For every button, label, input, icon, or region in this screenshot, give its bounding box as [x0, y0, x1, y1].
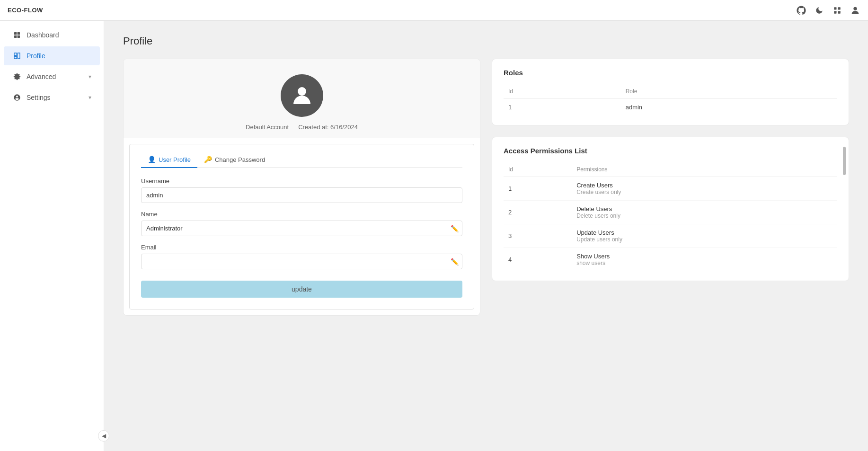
profile-avatar-area: Default Account Created at: 6/16/2024: [124, 59, 480, 138]
right-column: Roles Id Role 1: [492, 59, 849, 281]
tab-change-password[interactable]: 🔑 Change Password: [197, 152, 272, 168]
svg-rect-8: [18, 35, 20, 38]
svg-rect-0: [834, 7, 836, 9]
perm-id: 4: [504, 248, 572, 272]
perm-details: Update Users Update users only: [572, 224, 837, 248]
roles-table: Id Role 1 admin: [504, 84, 837, 115]
sidebar-label-profile: Profile: [27, 52, 91, 60]
email-label: Email: [141, 244, 462, 251]
table-row: 1 Create Users Create users only: [504, 177, 837, 201]
table-row: 1 admin: [504, 99, 837, 116]
email-field-group: Email ✏️: [141, 244, 462, 269]
username-input[interactable]: [141, 187, 462, 203]
username-label: Username: [141, 177, 462, 185]
permissions-scroll[interactable]: Id Permissions 1 Create Users Create us: [504, 162, 837, 271]
perm-id: 3: [504, 224, 572, 248]
name-field-group: Name ✏️: [141, 211, 462, 236]
app-title: ECO-FLOW: [8, 7, 43, 14]
perm-details: Create Users Create users only: [572, 177, 837, 201]
sidebar-item-advanced[interactable]: Advanced ▾: [4, 67, 100, 86]
tab-change-password-label: Change Password: [215, 156, 265, 163]
svg-rect-7: [14, 35, 17, 38]
svg-rect-3: [838, 11, 841, 13]
svg-rect-1: [838, 7, 841, 9]
roles-table-body: 1 admin: [504, 99, 837, 116]
svg-rect-5: [14, 32, 17, 35]
roles-col-id: Id: [504, 84, 621, 99]
email-input[interactable]: [141, 254, 462, 269]
svg-rect-9: [14, 53, 17, 55]
table-row: 2 Delete Users Delete users only: [504, 201, 837, 224]
perm-sub: Delete users only: [576, 212, 833, 219]
roles-title: Roles: [504, 69, 837, 77]
perm-sub: Update users only: [576, 236, 833, 243]
profile-card: Default Account Created at: 6/16/2024 👤 …: [123, 59, 480, 316]
perm-sub: show users: [576, 260, 833, 266]
permissions-col-id: Id: [504, 162, 572, 177]
permissions-table: Id Permissions 1 Create Users Create us: [504, 162, 837, 271]
advanced-icon: [12, 72, 22, 81]
tab-user-profile-label: User Profile: [159, 156, 191, 163]
permissions-table-header: Id Permissions: [504, 162, 837, 177]
profile-tabs: 👤 User Profile 🔑 Change Password: [141, 152, 462, 168]
permissions-table-body: 1 Create Users Create users only 2 Delet…: [504, 177, 837, 272]
update-button[interactable]: update: [141, 281, 462, 298]
created-label: Created at: 6/16/2024: [298, 124, 358, 131]
sidebar-item-settings[interactable]: Settings ▾: [4, 88, 100, 107]
username-field-group: Username: [141, 177, 462, 203]
sidebar: Dashboard Profile Advanced ▾: [0, 21, 104, 451]
perm-details: Delete Users Delete users only: [572, 201, 837, 224]
name-label: Name: [141, 211, 462, 218]
content-area: Profile Default Account Created at: 6/16…: [104, 21, 868, 451]
profile-icon: [12, 51, 22, 61]
avatar: [281, 74, 323, 117]
moon-icon[interactable]: [814, 5, 824, 16]
tab-user-profile[interactable]: 👤 User Profile: [141, 152, 197, 168]
svg-rect-6: [18, 32, 20, 35]
svg-point-4: [853, 7, 857, 10]
perm-main: Create Users: [576, 182, 833, 189]
role-id: 1: [504, 99, 621, 116]
avatar-info: Default Account Created at: 6/16/2024: [246, 124, 358, 131]
topbar: ECO-FLOW: [0, 0, 868, 21]
account-label: Default Account: [246, 124, 289, 131]
email-input-wrapper: ✏️: [141, 254, 462, 269]
roles-table-header: Id Role: [504, 84, 837, 99]
perm-id: 2: [504, 201, 572, 224]
perm-main: Update Users: [576, 229, 833, 236]
name-edit-icon[interactable]: ✏️: [451, 225, 459, 232]
github-icon[interactable]: [796, 5, 806, 16]
grid-icon[interactable]: [832, 5, 842, 16]
settings-icon: [12, 93, 22, 102]
perm-details: Show Users show users: [572, 248, 837, 272]
avatar-icon: [289, 83, 315, 108]
page-title: Profile: [123, 35, 849, 47]
main-layout: Dashboard Profile Advanced ▾: [0, 21, 868, 451]
sidebar-item-profile[interactable]: Profile: [4, 46, 100, 65]
name-input-wrapper: ✏️: [141, 221, 462, 236]
sidebar-collapse-button[interactable]: ◀: [98, 430, 109, 442]
roles-col-role: Role: [621, 84, 837, 99]
perm-main: Show Users: [576, 253, 833, 260]
permissions-title: Access Permissions List: [504, 147, 837, 155]
perm-sub: Create users only: [576, 189, 833, 195]
table-row: 3 Update Users Update users only: [504, 224, 837, 248]
content-grid: Default Account Created at: 6/16/2024 👤 …: [123, 59, 849, 316]
settings-chevron-icon: ▾: [89, 94, 91, 101]
table-row: 4 Show Users show users: [504, 248, 837, 272]
profile-form-area: 👤 User Profile 🔑 Change Password Usernam…: [129, 144, 474, 310]
name-input[interactable]: [141, 221, 462, 236]
roles-table-container: Id Role 1 admin: [504, 84, 837, 115]
sidebar-label-advanced: Advanced: [27, 73, 84, 80]
email-edit-icon[interactable]: ✏️: [451, 258, 459, 265]
scrollbar-indicator: [843, 147, 846, 175]
topbar-icons: [796, 5, 860, 16]
sidebar-label-settings: Settings: [27, 94, 84, 101]
roles-card: Roles Id Role 1: [492, 59, 849, 125]
svg-rect-2: [834, 11, 836, 13]
user-circle-icon[interactable]: [850, 5, 860, 16]
user-profile-tab-icon: 👤: [148, 156, 156, 163]
sidebar-item-dashboard[interactable]: Dashboard: [4, 26, 100, 44]
perm-id: 1: [504, 177, 572, 201]
role-name: admin: [621, 99, 837, 116]
